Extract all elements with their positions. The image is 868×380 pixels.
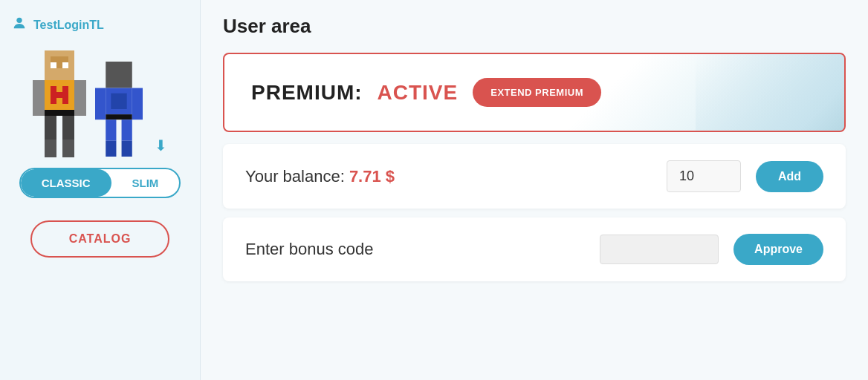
balance-amount: 7.71 — [349, 167, 381, 186]
svg-rect-27 — [132, 88, 143, 120]
svg-rect-18 — [106, 62, 132, 88]
balance-label: Your balance: 7.71 $ — [245, 167, 652, 186]
svg-rect-25 — [122, 141, 132, 157]
svg-rect-16 — [33, 80, 45, 116]
skin-type-toggle: CLASSIC SLIM — [19, 168, 181, 198]
svg-rect-12 — [45, 116, 56, 140]
svg-rect-24 — [106, 141, 116, 157]
user-icon — [11, 15, 27, 36]
svg-point-0 — [16, 18, 22, 23]
bonus-card: Enter bonus code Approve — [223, 217, 846, 281]
svg-rect-6 — [51, 86, 56, 92]
premium-label: PREMIUM: — [251, 81, 363, 105]
svg-rect-8 — [51, 92, 68, 98]
slim-toggle-button[interactable]: SLIM — [111, 169, 180, 197]
svg-rect-13 — [62, 116, 74, 140]
catalog-button[interactable]: CATALOG — [30, 220, 170, 258]
main-content: User area PREMIUM: ACTIVE EXTEND PREMIUM… — [201, 0, 868, 380]
svg-rect-11 — [45, 110, 74, 116]
skin-preview: ⬇ — [33, 50, 167, 157]
svg-rect-26 — [95, 88, 106, 120]
page-title: User area — [223, 15, 846, 38]
extend-premium-button[interactable]: EXTEND PREMIUM — [473, 78, 601, 107]
svg-rect-3 — [51, 62, 56, 68]
user-info: TestLoginTL — [11, 15, 104, 36]
balance-currency: $ — [386, 167, 395, 186]
svg-rect-22 — [106, 119, 116, 140]
svg-rect-14 — [45, 140, 56, 157]
classic-toggle-button[interactable]: CLASSIC — [21, 169, 111, 197]
svg-rect-4 — [62, 62, 68, 68]
svg-rect-20 — [111, 94, 126, 109]
svg-rect-10 — [62, 98, 68, 104]
add-balance-button[interactable]: Add — [756, 161, 823, 192]
username: TestLoginTL — [33, 19, 104, 32]
svg-rect-15 — [62, 140, 74, 157]
bonus-code-input[interactable] — [600, 235, 719, 264]
svg-rect-21 — [106, 114, 132, 119]
svg-rect-9 — [51, 98, 56, 104]
premium-card: PREMIUM: ACTIVE EXTEND PREMIUM — [223, 53, 846, 132]
balance-card: Your balance: 7.71 $ Add — [223, 144, 846, 209]
sidebar: TestLoginTL — [0, 0, 201, 380]
balance-input[interactable] — [667, 160, 741, 192]
bonus-label: Enter bonus code — [245, 240, 585, 259]
skin-front — [33, 50, 86, 157]
svg-rect-7 — [62, 86, 68, 92]
download-icon[interactable]: ⬇ — [155, 137, 167, 154]
svg-rect-23 — [122, 119, 132, 140]
premium-status: ACTIVE — [378, 81, 459, 105]
svg-rect-17 — [74, 80, 86, 116]
approve-button[interactable]: Approve — [733, 234, 823, 265]
skin-back — [95, 61, 143, 157]
